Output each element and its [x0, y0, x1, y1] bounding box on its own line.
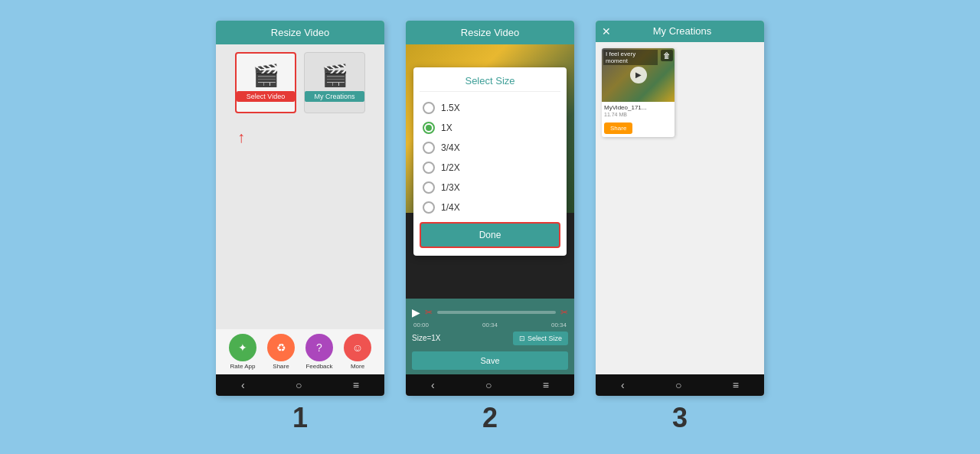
screens-container: Resize Video 🎬 Select Video 🎬 My Creatio… [201, 13, 779, 442]
select-size-button[interactable]: ⊡ Select Size [513, 332, 568, 345]
select-video-btn[interactable]: 🎬 Select Video [235, 52, 296, 113]
scissors-right-icon: ✂ [560, 307, 568, 318]
scissors-left-icon: ✂ [425, 307, 433, 318]
save-button[interactable]: Save [412, 351, 568, 370]
nav-menu-1[interactable]: ≡ [353, 379, 359, 391]
action-icons-row: ✦ Rate App ♻ Share ? Feedback [216, 329, 384, 374]
rate-app-circle: ✦ [229, 334, 256, 361]
share-item[interactable]: ♻ Share [267, 334, 295, 370]
size-info-text: Size=1X [412, 334, 441, 342]
feedback-circle: ? [305, 334, 333, 361]
screen1-wrapper: Resize Video 🎬 Select Video 🎬 My Creatio… [216, 21, 384, 434]
time-end: 00:34 [551, 322, 567, 328]
timeline-track[interactable] [437, 311, 556, 314]
nav-home-3[interactable]: ○ [675, 379, 681, 391]
nav-home-2[interactable]: ○ [485, 379, 492, 391]
radio-0.75x [423, 142, 435, 154]
screen3-title: My Creations [617, 25, 758, 37]
select-size-modal: Select Size 1.5X 1X 3/4X [413, 67, 567, 256]
icon-buttons-row: 🎬 Select Video 🎬 My Creations [235, 52, 365, 113]
more-circle: ☺ [344, 334, 371, 361]
size-option-0.75x[interactable]: 3/4X [420, 138, 560, 158]
feedback-label: Feedback [305, 363, 332, 370]
nav-menu-3[interactable]: ≡ [733, 379, 739, 391]
screen2-header: Resize Video [406, 21, 574, 44]
screen3-nav: ‹ ○ ≡ [596, 374, 764, 396]
select-size-btn-label: Select Size [528, 335, 562, 342]
timeline-bar: ▶ ✂ ✂ [412, 303, 568, 322]
nav-back-1[interactable]: ‹ [241, 379, 245, 391]
video-name: MyVideo_171... [602, 102, 675, 112]
arrow-indicator: ↑ [237, 129, 245, 146]
share-circle: ♻ [267, 334, 295, 361]
screen2-wrapper: Resize Video This is what I feel every m… [406, 21, 574, 434]
rate-app-item[interactable]: ✦ Rate App [229, 334, 256, 370]
rate-icon: ✦ [238, 341, 247, 354]
more-item[interactable]: ☺ More [344, 334, 371, 370]
feedback-item[interactable]: ? Feedback [305, 334, 333, 370]
modal-title: Select Size [420, 75, 560, 92]
resize-icon: ⊡ [519, 335, 525, 342]
film-icon-2: 🎬 [322, 63, 348, 88]
radio-0.33x [423, 181, 435, 194]
nav-back-2[interactable]: ‹ [431, 379, 435, 391]
more-label: More [351, 363, 364, 370]
screen3: ✕ My Creations I feel every moment 🗑 ▶ M… [596, 21, 764, 396]
screen1-nav: ‹ ○ ≡ [216, 374, 384, 396]
screen3-header: ✕ My Creations [596, 21, 764, 42]
radio-0.25x [423, 201, 435, 214]
size-label-0.75x: 3/4X [441, 142, 460, 153]
nav-back-3[interactable]: ‹ [621, 379, 625, 391]
screen2-number: 2 [482, 402, 498, 434]
size-label-1x: 1X [441, 122, 452, 133]
screen1: Resize Video 🎬 Select Video 🎬 My Creatio… [216, 21, 384, 396]
video-info: MyVideo_171... 11.74 MB Share [602, 102, 675, 137]
size-label-0.5x: 1/2X [441, 162, 460, 173]
size-label-1.5x: 1.5X [441, 103, 460, 113]
rate-app-label: Rate App [230, 363, 256, 370]
screen1-header: Resize Video [216, 21, 384, 44]
screen2-nav: ‹ ○ ≡ [406, 374, 574, 396]
screen2-bottom: ▶ ✂ ✂ 00:00 00:34 00:34 Size=1X ⊡ Select… [406, 299, 574, 374]
size-option-0.33x[interactable]: 1/3X [420, 178, 560, 198]
video-thumbnail: I feel every moment 🗑 ▶ [602, 48, 675, 102]
size-label-0.25x: 1/4X [441, 202, 460, 213]
my-creations-btn[interactable]: 🎬 My Creations [304, 52, 365, 113]
share-video-button[interactable]: Share [604, 122, 632, 134]
screen2-body: This is what I feel every moment Select … [406, 44, 574, 299]
timeline-labels: 00:00 00:34 00:34 [412, 322, 568, 328]
radio-1.5x [423, 102, 435, 114]
radio-0.5x [423, 162, 435, 174]
close-button[interactable]: ✕ [602, 25, 611, 38]
screen2: Resize Video This is what I feel every m… [406, 21, 574, 396]
time-start: 00:00 [413, 322, 429, 328]
film-icon-1: 🎬 [253, 63, 279, 88]
radio-inner-1x [426, 125, 432, 131]
screen3-wrapper: ✕ My Creations I feel every moment 🗑 ▶ M… [596, 21, 764, 434]
my-creations-label: My Creations [305, 91, 364, 102]
size-option-0.5x[interactable]: 1/2X [420, 158, 560, 178]
delete-icon[interactable]: 🗑 [661, 50, 673, 61]
screen1-body: 🎬 Select Video 🎬 My Creations ↑ [216, 44, 384, 329]
share-label: Share [273, 363, 289, 370]
size-label-0.33x: 1/3X [441, 182, 460, 193]
play-overlay[interactable]: ▶ [630, 67, 647, 83]
screen3-body: I feel every moment 🗑 ▶ MyVideo_171... 1… [596, 42, 764, 374]
size-option-1x[interactable]: 1X [420, 118, 560, 138]
size-info-row: Size=1X ⊡ Select Size [412, 328, 568, 348]
play-button[interactable]: ▶ [412, 306, 420, 318]
radio-1x [423, 122, 435, 134]
nav-home-1[interactable]: ○ [296, 379, 302, 391]
size-option-1.5x[interactable]: 1.5X [420, 98, 560, 118]
more-icon: ☺ [352, 341, 363, 354]
feedback-icon: ? [316, 341, 322, 354]
select-video-label: Select Video [237, 91, 295, 102]
thumbnail-label: I feel every moment [603, 50, 658, 65]
screen3-number: 3 [672, 402, 688, 434]
nav-menu-2[interactable]: ≡ [543, 379, 549, 391]
time-mid: 00:34 [482, 322, 498, 328]
video-size: 11.74 MB [602, 112, 675, 119]
done-button[interactable]: Done [420, 222, 560, 248]
size-option-0.25x[interactable]: 1/4X [420, 198, 560, 217]
screen1-number: 1 [292, 402, 308, 434]
